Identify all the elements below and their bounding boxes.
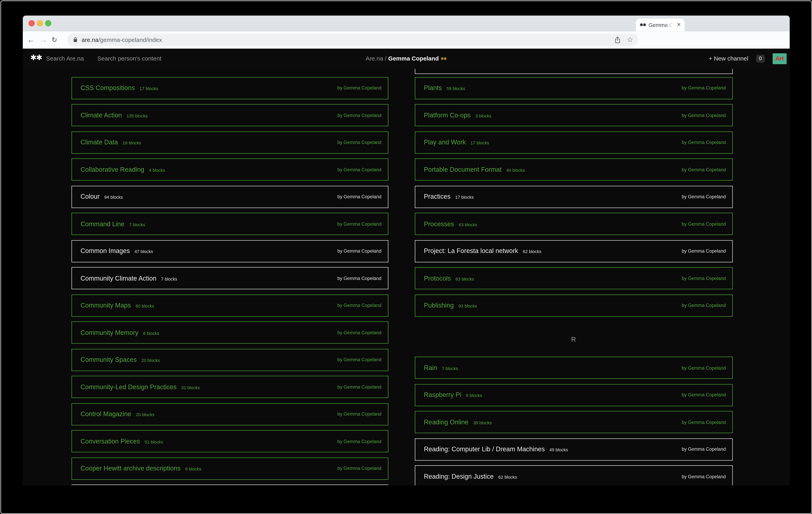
channel-column-left: CSS Compositions 17 blocks by Gemma Cope… [71,68,388,485]
channel-author: by Gemma Copeland [682,248,726,253]
search-arena-link[interactable]: Search Are.na [46,55,84,61]
channel-card[interactable]: Colour 94 blocks by Gemma Copeland [71,185,388,208]
breadcrumb-separator: / [383,55,388,61]
channel-card[interactable]: CSS Compositions 17 blocks by Gemma Cope… [71,77,388,99]
channel-author: by Gemma Copeland [337,167,381,172]
channel-card[interactable]: Play and Work 17 blocks by Gemma Copelan… [414,131,732,153]
channel-card[interactable]: Common Images 47 blocks by Gemma Copelan… [71,240,388,262]
url-domain: are.na [82,36,98,43]
channel-author: by Gemma Copeland [337,357,381,362]
channel-card[interactable]: Portable Document Format 40 blocks by Ge… [414,158,732,181]
url-text: are.na/gemma-copeland/index [82,36,162,43]
screen: ✱✱ Gemma Co ✕ ← → ↻ are.na/gemma-copelan… [0,0,812,514]
channel-title: Community Climate Action [81,275,156,282]
channel-card[interactable]: Platform Co-ops 3 blocks by Gemma Copela… [414,104,732,126]
channel-title: Community-Led Design Practices [81,383,177,390]
header-actions: + New channel 0 AH [709,49,786,69]
breadcrumb-site-link[interactable]: Are.na [366,55,383,61]
channel-card[interactable]: Raspberry Pi 9 blocks by Gemma Copeland [414,384,732,406]
tab-close-icon[interactable]: ✕ [677,22,681,27]
channel-card-left: Climate Data 16 blocks [81,139,141,146]
channel-title: Rain [424,364,437,371]
channel-author: by Gemma Copeland [337,194,381,199]
channel-author: by Gemma Copeland [337,303,381,308]
channel-author: by Gemma Copeland [337,113,381,118]
channel-card-left: Raspberry Pi 9 blocks [424,391,482,398]
channel-title: Collaborative Reading [81,166,144,173]
channel-title: Community Memory [81,329,139,336]
channel-card[interactable]: Practices 17 blocks by Gemma Copeland [414,185,732,208]
channel-card[interactable]: Publishing 93 blocks by Gemma Copeland [414,294,732,316]
channel-author: by Gemma Copeland [682,194,726,199]
arena-logo-icon[interactable]: ✱✱ [30,54,42,61]
channel-title: Project: La Foresta local network [424,247,518,254]
channel-card[interactable]: Conversation Pieces 51 blocks by Gemma C… [71,430,388,452]
channel-card-left: Control Magazine 20 blocks [81,411,154,418]
share-icon[interactable] [615,36,621,43]
channel-title: Reading: Computer Lib / Dream Machines [424,446,545,453]
channel-card[interactable]: Rain 7 blocks by Gemma Copeland [414,357,732,379]
window-minimize-button[interactable] [37,20,43,26]
channel-card[interactable]: Plants 59 blocks by Gemma Copeland [414,77,732,99]
channel-title: Community Spaces [81,356,137,363]
channel-block-count: 94 blocks [104,195,123,200]
forward-button[interactable]: → [39,36,47,43]
channel-title: Raspberry Pi [424,391,461,398]
avatar[interactable]: AH [773,53,786,64]
channel-card[interactable]: Community-Led Design Practices 31 blocks… [71,376,388,398]
channel-card[interactable]: Community Maps 60 blocks by Gemma Copela… [71,294,388,316]
channel-block-count: 7 blocks [129,222,145,227]
notification-badge[interactable]: 0 [756,55,765,62]
channel-card[interactable]: Project: La Foresta local network 62 blo… [414,240,732,262]
bookmark-star-icon[interactable]: ☆ [627,36,633,43]
channel-card-left: Community Climate Action 7 blocks [81,275,177,282]
browser-tab[interactable]: ✱✱ Gemma Co ✕ [636,19,685,31]
channel-author: by Gemma Copeland [682,447,726,452]
channel-title: Plants [424,84,442,91]
channel-author: by Gemma Copeland [337,384,381,389]
search-person-content-link[interactable]: Search person's content [97,55,162,61]
channel-block-count: 9 blocks [466,393,482,398]
channel-card-left: Project: La Foresta local network 62 blo… [424,247,541,254]
channel-card-left: Climate Action 135 blocks [81,112,148,119]
channel-author: by Gemma Copeland [682,140,726,145]
channel-column-right: Plants 59 blocks by Gemma Copeland Platf… [414,68,732,485]
channel-author: by Gemma Copeland [337,86,381,91]
window-zoom-button[interactable] [45,20,51,26]
channel-author: by Gemma Copeland [682,221,726,226]
channel-title: Climate Data [81,139,118,146]
channel-author: by Gemma Copeland [337,412,381,417]
channel-card[interactable]: Collaborative Reading 4 blocks by Gemma … [71,158,388,181]
channel-author: by Gemma Copeland [682,167,726,172]
back-button[interactable]: ← [27,36,35,43]
channel-block-count: 20 blocks [141,358,160,363]
channel-card[interactable]: Processes 63 blocks by Gemma Copeland [414,213,732,235]
channel-title: Control Magazine [81,411,131,418]
channel-card-left: Plants 59 blocks [424,84,465,91]
breadcrumb-user-link[interactable]: Gemma Copeland [388,55,439,61]
channel-block-count: 60 blocks [136,303,154,308]
address-bar[interactable]: are.na/gemma-copeland/index ☆ [66,34,638,46]
channel-block-count: 62 blocks [498,474,517,480]
channel-card[interactable]: Reading: Design Justice 62 blocks by Gem… [414,465,732,485]
channel-block-count: 62 blocks [523,249,542,254]
channel-author: by Gemma Copeland [682,276,726,281]
channel-card[interactable]: Reading: Computer Lib / Dream Machines 4… [414,438,732,460]
channel-card[interactable]: Climate Action 135 blocks by Gemma Copel… [71,104,388,126]
channel-card[interactable]: Community Climate Action 7 blocks by Gem… [71,267,388,289]
channel-card[interactable]: Protocols 63 blocks by Gemma Copeland [414,267,732,289]
lock-icon [73,37,77,43]
site-header: ✱✱ Search Are.na Search person's content… [23,49,790,69]
channel-card[interactable]: Climate Data 16 blocks by Gemma Copeland [71,131,388,153]
window-close-button[interactable] [29,20,35,26]
channel-card[interactable]: Control Magazine 20 blocks by Gemma Cope… [71,403,388,425]
reload-button[interactable]: ↻ [52,36,57,43]
channel-card[interactable]: Command Line 7 blocks by Gemma Copeland [71,213,388,235]
channel-card[interactable]: Community Memory 8 blocks by Gemma Copel… [71,322,388,344]
channel-card[interactable]: Cooper Hewitt archive descriptions 6 blo… [71,457,388,480]
channel-block-count: 8 blocks [143,331,159,336]
channel-card-left: Platform Co-ops 3 blocks [424,112,491,119]
channel-card[interactable]: Reading Online 38 blocks by Gemma Copela… [414,411,732,433]
channel-card[interactable]: Community Spaces 20 blocks by Gemma Cope… [71,349,388,371]
new-channel-button[interactable]: + New channel [709,56,748,62]
